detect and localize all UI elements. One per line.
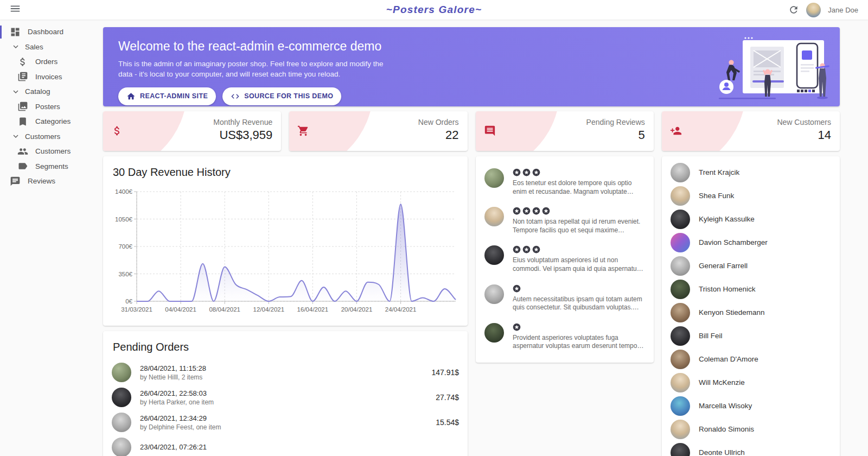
order-row[interactable]: 26/04/2021, 22:58:03by Herta Parker, one… bbox=[112, 385, 459, 410]
review-row[interactable]: Autem necessitatibus ipsam qui totam aut… bbox=[484, 279, 645, 318]
sidebar-item-posters[interactable]: Posters bbox=[0, 99, 103, 115]
customer-row[interactable]: General Farrell bbox=[671, 254, 831, 277]
sidebar-item-orders[interactable]: Orders bbox=[0, 54, 103, 69]
stat-card-pending-reviews[interactable]: Pending Reviews5 bbox=[476, 111, 654, 151]
customer-avatar bbox=[671, 443, 690, 456]
customer-avatar bbox=[671, 326, 690, 346]
order-date: 26/04/2021, 12:34:29 bbox=[140, 414, 221, 422]
menu-icon[interactable] bbox=[9, 4, 21, 16]
stat-label: Pending Reviews bbox=[586, 118, 645, 126]
order-customer: by Nettie Hilll, 2 items bbox=[140, 373, 206, 381]
new-customers-list: Trent KrajcikShea FunkKyleigh KassulkeDa… bbox=[671, 161, 831, 456]
sidebar-item-label: Categories bbox=[35, 117, 71, 125]
pending-orders-list: 28/04/2021, 11:15:28by Nettie Hilll, 2 i… bbox=[112, 360, 459, 456]
customer-name: Bill Feil bbox=[699, 332, 723, 340]
sidebar-item-label: Sales bbox=[25, 43, 43, 51]
order-amount: 15.54$ bbox=[436, 418, 459, 427]
customer-name: Deonte Ullrich bbox=[699, 448, 745, 456]
stat-label: Monthly Revenue bbox=[213, 118, 272, 126]
order-row[interactable]: 28/04/2021, 11:15:28by Nettie Hilll, 2 i… bbox=[112, 360, 459, 385]
sidebar-item-dashboard[interactable]: Dashboard bbox=[0, 24, 103, 40]
customer-name: Will McKenzie bbox=[699, 378, 745, 387]
sidebar: DashboardSalesOrdersInvoicesCatalogPoste… bbox=[0, 20, 103, 456]
customer-row[interactable]: Will McKenzie bbox=[671, 371, 831, 394]
customer-row[interactable]: Kyleigh Kassulke bbox=[671, 207, 831, 231]
sidebar-item-invoices[interactable]: Invoices bbox=[0, 69, 103, 85]
svg-text:12/04/2021: 12/04/2021 bbox=[253, 306, 285, 313]
user-avatar[interactable] bbox=[806, 3, 821, 17]
banner-body: This is the admin of an imaginary poster… bbox=[118, 59, 392, 80]
customer-avatar bbox=[671, 163, 690, 182]
stat-card-new-orders[interactable]: New Orders22 bbox=[289, 111, 467, 151]
chart-title: 30 Day Revenue History bbox=[113, 166, 459, 179]
customer-row[interactable]: Deonte Ullrich bbox=[671, 441, 831, 456]
order-customer: by Herta Parker, one item bbox=[140, 398, 214, 406]
home-icon bbox=[126, 92, 136, 101]
svg-text:31/03/2021: 31/03/2021 bbox=[121, 306, 152, 313]
customer-row[interactable]: Ronaldo Simonis bbox=[671, 417, 831, 441]
user-name: Jane Doe bbox=[828, 6, 858, 14]
customer-name: Davion Schamberger bbox=[699, 238, 768, 246]
order-row[interactable]: 23/04/2021, 07:26:21 bbox=[112, 435, 459, 456]
svg-text:350€: 350€ bbox=[118, 271, 132, 277]
customer-row[interactable]: Coleman D'Amore bbox=[671, 347, 831, 371]
review-row[interactable]: Eos tenetur est dolore tempore quis opti… bbox=[484, 163, 645, 201]
reviewer-avatar bbox=[484, 168, 504, 188]
star-rating bbox=[513, 284, 645, 293]
customer-row[interactable]: Kenyon Stiedemann bbox=[671, 301, 831, 324]
review-text: Non totam ipsa repellat qui id rerum eve… bbox=[513, 218, 645, 235]
review-row[interactable]: Eius voluptatum asperiores id ut non com… bbox=[484, 240, 645, 278]
stat-label: New Orders bbox=[418, 118, 459, 126]
stat-card-new-customers[interactable]: New Customers14 bbox=[662, 111, 840, 151]
sidebar-section-catalog[interactable]: Catalog bbox=[0, 84, 103, 99]
source-for-demo-button[interactable]: SOURCE FOR THIS DEMO bbox=[222, 87, 341, 105]
order-date: 23/04/2021, 07:26:21 bbox=[140, 443, 207, 451]
customer-name: Trent Krajcik bbox=[699, 168, 739, 176]
revenue-history-card: 30 Day Revenue History 0€350€700€1050€14… bbox=[103, 156, 468, 326]
customer-avatar bbox=[671, 233, 690, 252]
customer-row[interactable]: Marcella Wisoky bbox=[671, 394, 831, 417]
customer-row[interactable]: Triston Homenick bbox=[671, 277, 831, 301]
reviewer-avatar bbox=[484, 245, 504, 265]
star-icon bbox=[522, 168, 531, 176]
sidebar-item-label: Orders bbox=[35, 58, 58, 66]
order-row[interactable]: 26/04/2021, 12:34:29by Delphine Feest, o… bbox=[112, 410, 459, 435]
customer-row[interactable]: Davion Schamberger bbox=[671, 231, 831, 254]
review-row[interactable]: Non totam ipsa repellat qui id rerum eve… bbox=[484, 201, 645, 240]
button-label: SOURCE FOR THIS DEMO bbox=[244, 92, 333, 100]
customer-row[interactable]: Bill Feil bbox=[671, 324, 831, 347]
svg-text:0€: 0€ bbox=[125, 298, 132, 305]
sidebar-section-sales[interactable]: Sales bbox=[0, 40, 103, 55]
cart-icon bbox=[297, 125, 309, 137]
star-icon bbox=[513, 284, 521, 293]
review-text: Eius voluptatum asperiores id ut non com… bbox=[513, 256, 645, 273]
star-icon bbox=[513, 207, 521, 215]
react-admin-site-button[interactable]: REACT-ADMIN SITE bbox=[118, 87, 216, 105]
review-text: Provident asperiores voluptates fuga asp… bbox=[513, 334, 645, 351]
sidebar-item-segments[interactable]: Segments bbox=[0, 159, 103, 174]
sidebar-item-categories[interactable]: Categories bbox=[0, 114, 103, 129]
customer-name: Ronaldo Simonis bbox=[699, 425, 754, 433]
customer-row[interactable]: Trent Krajcik bbox=[671, 161, 831, 184]
sidebar-item-label: Invoices bbox=[35, 73, 62, 81]
star-icon bbox=[542, 207, 550, 215]
sidebar-item-reviews[interactable]: Reviews bbox=[0, 174, 103, 189]
review-text: Eos tenetur est dolore tempore quis opti… bbox=[513, 179, 645, 196]
sidebar-item-customers[interactable]: Customers bbox=[0, 144, 103, 159]
customer-avatar bbox=[112, 413, 131, 432]
customer-avatar bbox=[671, 396, 690, 416]
refresh-icon[interactable] bbox=[788, 4, 799, 15]
customer-avatar bbox=[671, 256, 690, 276]
star-rating bbox=[513, 168, 645, 176]
app-title: ~Posters Galore~ bbox=[0, 4, 868, 16]
comment-icon bbox=[484, 125, 496, 137]
sidebar-item-label: Segments bbox=[35, 162, 68, 170]
stat-value: US$3,959 bbox=[213, 128, 272, 142]
customer-row[interactable]: Shea Funk bbox=[671, 184, 831, 207]
svg-text:24/04/2021: 24/04/2021 bbox=[385, 306, 417, 313]
stat-card-monthly-revenue[interactable]: Monthly RevenueUS$3,959 bbox=[103, 111, 281, 151]
bookmark-icon bbox=[17, 116, 28, 127]
main-content: Welcome to the react-admin e-commerce de… bbox=[103, 20, 868, 456]
review-row[interactable]: Provident asperiores voluptates fuga asp… bbox=[484, 318, 645, 356]
sidebar-section-customers[interactable]: Customers bbox=[0, 129, 103, 144]
